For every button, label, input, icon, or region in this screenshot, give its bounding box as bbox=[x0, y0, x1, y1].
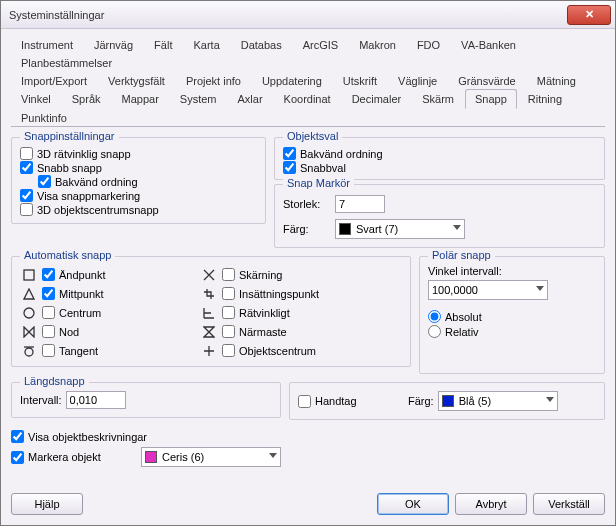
label: Snabb snapp bbox=[37, 162, 102, 174]
group-objektsval: Objektsval Bakvänd ordning Snabbval bbox=[274, 137, 605, 180]
tab-vinkel[interactable]: Vinkel bbox=[11, 89, 61, 109]
combo-value: 100,0000 bbox=[432, 284, 478, 296]
tab-gränsvärde[interactable]: Gränsvärde bbox=[448, 71, 525, 90]
ok-button[interactable]: OK bbox=[377, 493, 449, 515]
chk-handtag[interactable] bbox=[298, 395, 311, 408]
chk-visa-snappmarkering[interactable] bbox=[20, 189, 33, 202]
label: Markera objekt bbox=[28, 451, 101, 463]
tab-mappar[interactable]: Mappar bbox=[112, 89, 169, 109]
tab-system[interactable]: System bbox=[170, 89, 227, 109]
tab-decimaler[interactable]: Decimaler bbox=[342, 89, 412, 109]
chk-visa-objektbeskrivningar[interactable] bbox=[11, 430, 24, 443]
label: Snabbval bbox=[300, 162, 346, 174]
tab-instrument[interactable]: Instrument bbox=[11, 35, 83, 54]
chk-3d-ratvinklig[interactable] bbox=[20, 147, 33, 160]
chk-nod[interactable] bbox=[42, 325, 55, 338]
chk-obj-bakvand[interactable] bbox=[283, 147, 296, 160]
chk-skärning[interactable] bbox=[222, 268, 235, 281]
color-swatch bbox=[145, 451, 157, 463]
chk-rätvinkligt[interactable] bbox=[222, 306, 235, 319]
legend: Snappinställningar bbox=[20, 130, 119, 142]
legend: Längdsnapp bbox=[20, 375, 89, 387]
chk-tangent[interactable] bbox=[42, 344, 55, 357]
color-swatch bbox=[339, 223, 351, 235]
tab-verktygsfält[interactable]: Verktygsfält bbox=[98, 71, 175, 90]
chevron-down-icon bbox=[269, 453, 277, 458]
tab-snapp[interactable]: Snapp bbox=[465, 89, 517, 109]
label-color: Färg: bbox=[283, 223, 331, 235]
label: Tangent bbox=[59, 345, 98, 357]
insert-icon bbox=[200, 286, 218, 302]
chk-insättningspunkt[interactable] bbox=[222, 287, 235, 300]
cancel-button[interactable]: Avbryt bbox=[455, 493, 527, 515]
group-automatisk-snapp: Automatisk snapp ÄndpunktMittpunktCentru… bbox=[11, 256, 411, 367]
chk-objektscentrum[interactable] bbox=[222, 344, 235, 357]
label: Objektscentrum bbox=[239, 345, 316, 357]
input-markor-size[interactable] bbox=[335, 195, 385, 213]
tab-uppdatering[interactable]: Uppdatering bbox=[252, 71, 332, 90]
chk-obj-snabbval[interactable] bbox=[283, 161, 296, 174]
plus-icon bbox=[200, 343, 218, 359]
combo-angle-interval[interactable]: 100,0000 bbox=[428, 280, 548, 300]
combo-value: Blå (5) bbox=[459, 395, 491, 407]
tab-import/export[interactable]: Import/Export bbox=[11, 71, 97, 90]
chk-snabb-snapp[interactable] bbox=[20, 161, 33, 174]
radio-absolut[interactable] bbox=[428, 310, 441, 323]
combo-markor-color[interactable]: Svart (7) bbox=[335, 219, 465, 239]
legend: Automatisk snapp bbox=[20, 249, 115, 261]
tab-planbestämmelser[interactable]: Planbestämmelser bbox=[11, 53, 122, 72]
tab-karta[interactable]: Karta bbox=[183, 35, 229, 54]
tabstrip: InstrumentJärnvägFältKartaDatabasArcGISM… bbox=[11, 35, 605, 127]
label: Handtag bbox=[315, 395, 357, 407]
tab-punktinfo[interactable]: Punktinfo bbox=[11, 108, 77, 127]
group-polar-snapp: Polär snapp Vinkel intervall: 100,0000 A… bbox=[419, 256, 605, 374]
label: Mittpunkt bbox=[59, 288, 104, 300]
label-interval: Intervall: bbox=[20, 394, 62, 406]
tab-mätning[interactable]: Mätning bbox=[527, 71, 586, 90]
group-handtag: Handtag Färg: Blå (5) bbox=[289, 382, 605, 420]
tab-makron[interactable]: Makron bbox=[349, 35, 406, 54]
tab-arcgis[interactable]: ArcGIS bbox=[293, 35, 348, 54]
label: Centrum bbox=[59, 307, 101, 319]
radio-relativ[interactable] bbox=[428, 325, 441, 338]
chk-centrum[interactable] bbox=[42, 306, 55, 319]
combo-value: Svart (7) bbox=[356, 223, 398, 235]
legend: Snap Markör bbox=[283, 177, 354, 189]
chk-bakvand-ordning[interactable] bbox=[38, 175, 51, 188]
tab-utskrift[interactable]: Utskrift bbox=[333, 71, 387, 90]
label: Skärning bbox=[239, 269, 282, 281]
tab-ritning[interactable]: Ritning bbox=[518, 89, 572, 109]
tab-koordinat[interactable]: Koordinat bbox=[274, 89, 341, 109]
label: 3D objektscentrumsnapp bbox=[37, 204, 159, 216]
tab-projekt info[interactable]: Projekt info bbox=[176, 71, 251, 90]
group-snap-markor: Snap Markör Storlek: Färg: Svart (7) bbox=[274, 184, 605, 248]
chk-markera-objekt[interactable] bbox=[11, 451, 24, 464]
tab-fdo[interactable]: FDO bbox=[407, 35, 450, 54]
help-button[interactable]: Hjälp bbox=[11, 493, 83, 515]
tab-järnväg[interactable]: Järnväg bbox=[84, 35, 143, 54]
apply-button[interactable]: Verkställ bbox=[533, 493, 605, 515]
label-angle: Vinkel intervall: bbox=[428, 265, 596, 277]
circle-icon bbox=[20, 305, 38, 321]
tab-väglinje[interactable]: Väglinje bbox=[388, 71, 447, 90]
bowtie-icon bbox=[20, 324, 38, 340]
chevron-down-icon bbox=[546, 397, 554, 402]
chevron-down-icon bbox=[536, 286, 544, 291]
input-langd-interval[interactable] bbox=[66, 391, 126, 409]
tab-databas[interactable]: Databas bbox=[231, 35, 292, 54]
combo-markera-color[interactable]: Ceris (6) bbox=[141, 447, 281, 467]
tab-skärm[interactable]: Skärm bbox=[412, 89, 464, 109]
tab-axlar[interactable]: Axlar bbox=[228, 89, 273, 109]
tab-va-banken[interactable]: VA-Banken bbox=[451, 35, 526, 54]
tab-språk[interactable]: Språk bbox=[62, 89, 111, 109]
tab-fält[interactable]: Fält bbox=[144, 35, 182, 54]
chk-mittpunkt[interactable] bbox=[42, 287, 55, 300]
close-button[interactable]: ✕ bbox=[567, 5, 611, 25]
label-size: Storlek: bbox=[283, 198, 331, 210]
combo-handtag-color[interactable]: Blå (5) bbox=[438, 391, 558, 411]
chk-närmaste[interactable] bbox=[222, 325, 235, 338]
chk-3d-objektscentrum[interactable] bbox=[20, 203, 33, 216]
label: Visa snappmarkering bbox=[37, 190, 140, 202]
svg-point-1 bbox=[24, 308, 34, 318]
chk-ändpunkt[interactable] bbox=[42, 268, 55, 281]
